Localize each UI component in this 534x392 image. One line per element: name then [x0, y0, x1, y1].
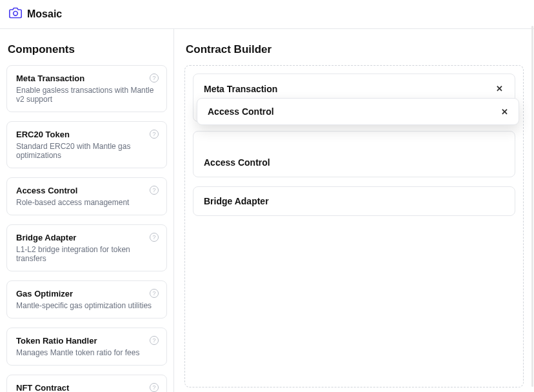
builder-item-bridge-adapter[interactable]: Bridge Adapter — [193, 186, 515, 216]
help-icon[interactable]: ? — [150, 336, 159, 345]
component-card-meta-transaction[interactable]: Meta Transaction Enable gasless transact… — [6, 65, 167, 112]
component-card-erc20-token[interactable]: ERC20 Token Standard ERC20 with Mantle g… — [6, 121, 167, 168]
help-icon[interactable]: ? — [150, 130, 159, 139]
builder-item-access-control[interactable]: Access Control — [193, 131, 515, 177]
builder-item-title: Meta Transaction — [204, 84, 277, 94]
help-icon[interactable]: ? — [150, 383, 159, 392]
component-desc: L1-L2 bridge integration for token trans… — [16, 245, 157, 263]
component-desc: Standard ERC20 with Mantle gas optimizat… — [16, 142, 157, 160]
scrollbar[interactable] — [531, 26, 533, 387]
component-card-gas-optimizer[interactable]: Gas Optimizer Mantle-specific gas optimi… — [6, 280, 167, 318]
contract-builder: Contract Builder Meta Transaction ✕ Acce… — [174, 29, 534, 392]
components-sidebar: Components Meta Transaction Enable gasle… — [0, 29, 174, 392]
app-header: Mosaic — [0, 0, 534, 29]
help-icon[interactable]: ? — [150, 233, 159, 242]
component-desc: Role-based access management — [16, 198, 157, 207]
sidebar-title: Components — [8, 43, 167, 56]
component-title: NFT Contract — [16, 383, 157, 392]
help-icon[interactable]: ? — [150, 74, 159, 83]
main-content: Components Meta Transaction Enable gasle… — [0, 29, 534, 392]
component-card-token-ratio-handler[interactable]: Token Ratio Handler Manages Mantle token… — [6, 328, 167, 366]
close-icon[interactable]: ✕ — [501, 107, 508, 117]
dragging-item-access-control[interactable]: Access Control ✕ — [197, 98, 519, 125]
camera-icon — [9, 6, 22, 22]
builder-item-title: Access Control — [204, 157, 270, 168]
component-title: Gas Optimizer — [16, 289, 157, 299]
component-card-nft-contract[interactable]: NFT Contract ERC721 with Mantle optimiza… — [6, 375, 167, 392]
component-title: Bridge Adapter — [16, 233, 157, 242]
app-brand: Mosaic — [27, 8, 62, 20]
close-icon[interactable]: ✕ — [495, 83, 504, 94]
component-card-access-control[interactable]: Access Control Role-based access managem… — [6, 177, 167, 215]
component-desc: Mantle-specific gas optimization utiliti… — [16, 301, 157, 310]
component-desc: Enable gasless transactions with Mantle … — [16, 86, 157, 104]
builder-drop-zone[interactable]: Meta Transaction ✕ Access Control ✕ Acce… — [184, 65, 524, 387]
component-title: Token Ratio Handler — [16, 336, 157, 346]
help-icon[interactable]: ? — [150, 186, 159, 195]
builder-title: Contract Builder — [186, 43, 524, 56]
component-card-bridge-adapter[interactable]: Bridge Adapter L1-L2 bridge integration … — [6, 224, 167, 271]
svg-point-0 — [14, 12, 18, 16]
component-desc: Manages Mantle token ratio for fees — [16, 348, 157, 357]
dragging-item-title: Access Control — [208, 106, 274, 117]
builder-item-title: Bridge Adapter — [204, 196, 269, 206]
component-title: ERC20 Token — [16, 130, 157, 139]
component-title: Meta Transaction — [16, 74, 157, 83]
help-icon[interactable]: ? — [150, 289, 159, 298]
component-title: Access Control — [16, 186, 157, 195]
